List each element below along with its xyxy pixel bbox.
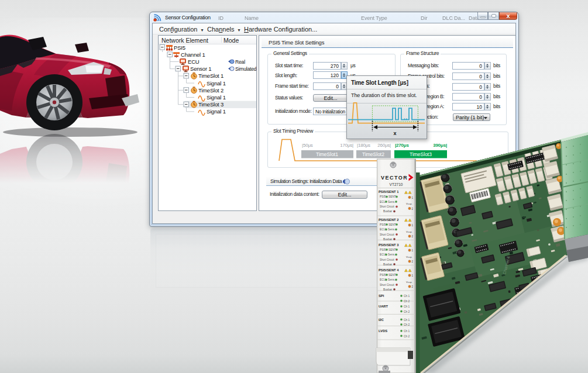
svg-text:PSI5/SENT 3: PSI5/SENT 3 xyxy=(379,243,399,247)
svg-text:Busbar: Busbar xyxy=(383,263,393,266)
svg-text:ECU: ECU xyxy=(380,253,386,256)
svg-text:UART: UART xyxy=(379,305,388,308)
svg-text:PSI5/SENT 2: PSI5/SENT 2 xyxy=(379,218,398,222)
svg-text:SPI: SPI xyxy=(379,294,384,298)
svg-text:Busbar: Busbar xyxy=(383,288,393,291)
svg-text:Ch 1: Ch 1 xyxy=(404,305,410,308)
svg-text:SENT: SENT xyxy=(388,274,396,277)
svg-text:170μs|: 170μs| xyxy=(340,143,353,148)
svg-text:Signal 1: Signal 1 xyxy=(207,94,226,101)
svg-text:Sens.: Sens. xyxy=(388,253,395,256)
svg-text:Ch 1: Ch 1 xyxy=(404,330,410,333)
svg-text:Sensor 1: Sensor 1 xyxy=(190,65,211,72)
svg-text:I2C: I2C xyxy=(379,318,384,322)
svg-text:SENT: SENT xyxy=(388,248,396,251)
svg-text:Sens.: Sens. xyxy=(388,278,395,281)
svg-text:Busbar: Busbar xyxy=(383,210,393,213)
svg-text:|50μs: |50μs xyxy=(302,143,313,148)
svg-text:Ch 2: Ch 2 xyxy=(404,323,410,326)
svg-text:VT2710: VT2710 xyxy=(390,182,403,186)
svg-text:TimeSlot1: TimeSlot1 xyxy=(316,151,338,157)
svg-text:PSI5: PSI5 xyxy=(380,195,386,198)
svg-text:PSI5/SENT 4: PSI5/SENT 4 xyxy=(379,268,399,272)
svg-text:ECU: ECU xyxy=(380,201,386,203)
svg-text:ECU: ECU xyxy=(380,278,386,281)
svg-text:PSI5: PSI5 xyxy=(380,223,386,226)
svg-text:Short Circuit: Short Circuit xyxy=(380,233,395,236)
svg-text:Short Circuit: Short Circuit xyxy=(380,284,395,286)
svg-text:Short Circuit: Short Circuit xyxy=(380,205,395,208)
svg-text:SENT: SENT xyxy=(388,223,396,226)
svg-text:Ch 1: Ch 1 xyxy=(404,295,410,298)
svg-text:Ch 2: Ch 2 xyxy=(404,310,410,313)
svg-text:Real: Real xyxy=(235,59,245,65)
svg-text:Vsup.: Vsup. xyxy=(406,230,412,233)
svg-text:Short Circuit: Short Circuit xyxy=(380,258,395,261)
svg-text:Vsup.: Vsup. xyxy=(406,281,412,284)
svg-text:Ch 2: Ch 2 xyxy=(404,300,410,303)
svg-text:Ch 1: Ch 1 xyxy=(404,319,410,322)
svg-text:Ch 2: Ch 2 xyxy=(404,335,410,338)
svg-text:TimeSlot 1: TimeSlot 1 xyxy=(198,72,223,79)
svg-text:Sens.: Sens. xyxy=(388,228,395,231)
svg-text:ECU: ECU xyxy=(380,228,386,231)
svg-text:Sens.: Sens. xyxy=(388,201,395,203)
svg-text:TimeSlot 2: TimeSlot 2 xyxy=(198,87,223,94)
svg-text:Simulated: Simulated xyxy=(235,66,256,72)
svg-text:LVDS: LVDS xyxy=(379,329,387,333)
svg-text:PSI5: PSI5 xyxy=(174,44,185,51)
svg-text:Channel 1: Channel 1 xyxy=(181,51,205,58)
svg-text:PSI5: PSI5 xyxy=(380,248,386,251)
svg-text:Signal 1: Signal 1 xyxy=(207,108,226,115)
svg-text:PSI5/SENT 1: PSI5/SENT 1 xyxy=(379,190,399,194)
svg-text:PSI5: PSI5 xyxy=(380,274,386,277)
svg-text:Busbar: Busbar xyxy=(383,238,393,241)
svg-text:SENT: SENT xyxy=(388,195,396,198)
svg-text:ECU: ECU xyxy=(188,58,200,65)
svg-text:VECTOR: VECTOR xyxy=(381,175,408,181)
svg-text:Signal 1: Signal 1 xyxy=(207,80,226,87)
svg-text:Vsup.: Vsup. xyxy=(406,255,412,258)
svg-text:TimeSlot 3: TimeSlot 3 xyxy=(198,101,223,108)
svg-text:Vsup.: Vsup. xyxy=(406,202,412,205)
